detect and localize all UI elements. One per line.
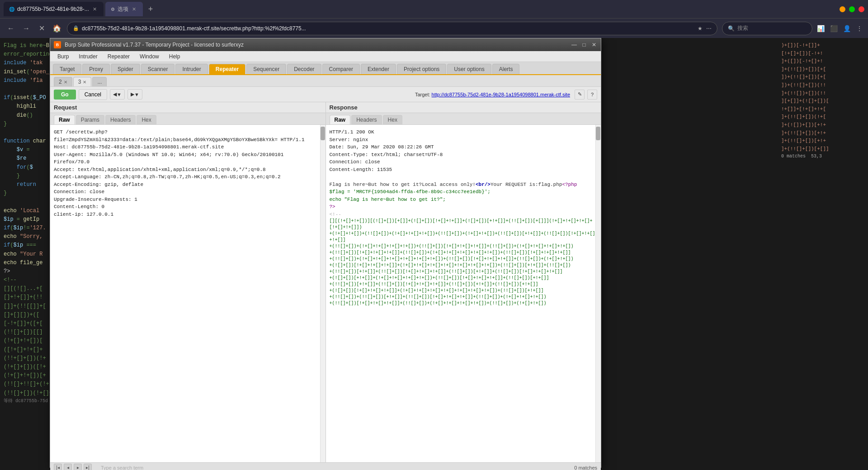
tab-intruder[interactable]: Intruder	[175, 64, 208, 74]
burp-maximize[interactable]: □	[581, 42, 587, 48]
response-your-request: Your REQUEST is:flag.php	[491, 182, 562, 187]
repeater-tab-3-label: 3	[78, 79, 81, 85]
request-tab-headers[interactable]: Headers	[105, 115, 136, 124]
forward-button[interactable]: →	[21, 23, 32, 34]
burp-menubar: Burp Intruder Repeater Window Help	[50, 51, 601, 62]
response-panel-header: Response	[326, 102, 601, 113]
request-scrollbar[interactable]	[320, 125, 326, 462]
response-text[interactable]: HTTP/1.1 200 OK Server: nginx Date: Sun,…	[326, 125, 601, 462]
browser-tab-1-label: dc87755b-75d2-481e-9b28-...	[17, 6, 89, 12]
tab-scanner[interactable]: Scanner	[141, 64, 175, 74]
response-date: Date: Sun, 29 Mar 2020 08:22:26 GMT	[330, 143, 598, 151]
tab-repeater[interactable]: Repeater	[209, 64, 245, 74]
tab-decoder[interactable]: Decoder	[287, 64, 321, 74]
tab-comparer[interactable]: Comparer	[322, 64, 360, 74]
browser-tab-1-close[interactable]: ✕	[92, 6, 98, 12]
search-bar[interactable]: 🔍 搜索	[722, 22, 812, 35]
back-button[interactable]: ←	[5, 23, 16, 34]
tab-proxy[interactable]: Proxy	[82, 64, 110, 74]
response-tab-raw[interactable]: Raw	[330, 115, 351, 124]
repeater-tab-3-close[interactable]: ✕	[83, 80, 86, 85]
more-icon[interactable]: ⋯	[706, 25, 712, 32]
bookmark-icon[interactable]: ★	[698, 25, 703, 32]
menu-window[interactable]: Window	[135, 52, 164, 61]
target-prefix: Target:	[415, 92, 432, 97]
menu-repeater[interactable]: Repeater	[103, 52, 134, 61]
request-tab-params[interactable]: Params	[76, 115, 104, 124]
response-panel-tabs: Raw Headers Hex	[326, 113, 601, 125]
search-form-placeholder[interactable]: Type a search term	[101, 465, 143, 470]
left-arrow-icon: ◀	[113, 91, 117, 97]
burp-minimize[interactable]: —	[571, 42, 577, 48]
background-code-right: )+[])[-!+[]]+ [!+[]+[])[-!+! ]+([])[-!+[…	[778, 38, 868, 164]
request-tab-hex[interactable]: Hex	[137, 115, 156, 124]
menu-burp[interactable]: Burp	[53, 52, 73, 61]
repeater-tab-more-label: ...	[97, 79, 102, 85]
tab-2-icon: ⚙	[111, 7, 115, 12]
status-nav-next[interactable]: ▸	[74, 464, 82, 470]
repeater-tab-3[interactable]: 3 ✕	[73, 77, 92, 86]
ext-icon-1[interactable]: 📊	[817, 25, 825, 32]
browser-tab-2[interactable]: ⚙ 选项 ✕	[105, 2, 143, 16]
status-nav-first[interactable]: |◂	[54, 464, 62, 470]
repeater-tab-2[interactable]: 2 ✕	[54, 77, 72, 86]
ext-icon-3[interactable]: 👤	[843, 25, 851, 32]
tab-alerts[interactable]: Alerts	[492, 64, 520, 74]
response-tab-hex[interactable]: Hex	[383, 115, 402, 124]
search-icon: 🔍	[728, 25, 735, 32]
request-tab-raw[interactable]: Raw	[54, 115, 75, 124]
target-url[interactable]: http://dc87755b-75d2-481e-9b28-1a1954098…	[432, 92, 570, 97]
repeater-sub-tabs: 2 ✕ 3 ✕ ...	[50, 75, 601, 87]
status-nav-left: |◂ ◂ ▸ ▸|	[54, 464, 92, 470]
request-textarea[interactable]: GET /secrettw.php?file=ZmpdYSZmXGl=&2333…	[50, 125, 326, 462]
request-scrollbar-thumb	[321, 127, 325, 140]
tab-extender[interactable]: Extender	[361, 64, 396, 74]
repeater-tab-2-close[interactable]: ✕	[64, 80, 67, 85]
menu-intruder[interactable]: Intruder	[74, 52, 102, 61]
browser-close[interactable]	[859, 6, 864, 12]
help-button[interactable]: ?	[587, 90, 597, 100]
request-content-area: GET /secrettw.php?file=ZmpdYSZmXGl=&2333…	[50, 125, 326, 462]
edit-target-button[interactable]: ✎	[575, 90, 585, 100]
ext-icon-4[interactable]: ⋮	[856, 25, 863, 32]
secure-icon: 🔒	[73, 25, 79, 31]
prev-request-button[interactable]: ◀ ▼	[110, 89, 125, 100]
response-php-tag: <?php	[562, 182, 577, 187]
browser-window: 🌐 dc87755b-75d2-481e-9b28-... ✕ ⚙ 选项 ✕ +…	[0, 0, 868, 470]
browser-minimize[interactable]	[840, 6, 845, 12]
tab-sequencer[interactable]: Sequencer	[246, 64, 286, 74]
burp-suite-window: B Burp Suite Professional v1.7.37 - Temp…	[50, 38, 601, 468]
browser-tab-2-label: 选项	[118, 5, 128, 13]
browser-tab-1[interactable]: 🌐 dc87755b-75d2-481e-9b28-... ✕	[4, 2, 104, 16]
repeater-tab-more[interactable]: ...	[92, 77, 107, 86]
tab-user-options[interactable]: User options	[447, 64, 491, 74]
browser-maximize[interactable]	[849, 6, 855, 12]
response-content-area: HTTP/1.1 200 OK Server: nginx Date: Sun,…	[326, 125, 601, 462]
tab-spider[interactable]: Spider	[111, 64, 140, 74]
address-bar[interactable]: 🔒 dc87755b-75d2-481e-9b28-1a1954098801.m…	[67, 22, 717, 35]
tab-favicon: 🌐	[9, 7, 14, 12]
target-label: Target: http://dc87755b-75d2-481e-9b28-1…	[415, 92, 570, 97]
address-url-text: dc87755b-75d2-481e-9b28-1a1954098801.mer…	[82, 25, 695, 32]
burp-close[interactable]: ✕	[591, 42, 597, 48]
go-button[interactable]: Go	[54, 90, 76, 100]
cancel-button[interactable]: Cancel	[79, 89, 107, 100]
tab-project-options[interactable]: Project options	[397, 64, 446, 74]
response-scrollbar[interactable]	[595, 125, 601, 462]
new-tab-button[interactable]: +	[145, 5, 157, 14]
home-button[interactable]: 🏠	[52, 23, 62, 34]
status-nav-last[interactable]: ▸|	[84, 464, 92, 470]
next-request-button[interactable]: ▶ ▼	[127, 89, 142, 100]
response-tab-headers[interactable]: Headers	[351, 115, 382, 124]
menu-help[interactable]: Help	[165, 52, 185, 61]
address-actions: ★ ⋯	[698, 25, 712, 32]
browser-tab-2-close[interactable]: ✕	[131, 6, 137, 12]
browser-right-icons: 📊 ⬛ 👤 ⋮	[817, 25, 863, 32]
response-flag-text: Flag is here~But how to get it?Local acc…	[330, 182, 476, 187]
request-panel: Request Raw Params Headers Hex GET /secr…	[50, 102, 326, 462]
right-arrow-icon: ▶	[131, 91, 134, 97]
ext-icon-2[interactable]: ⬛	[830, 25, 838, 32]
status-nav-prev[interactable]: ◂	[64, 464, 72, 470]
reload-button[interactable]: ✕	[36, 23, 47, 34]
tab-target[interactable]: Target	[53, 64, 81, 74]
